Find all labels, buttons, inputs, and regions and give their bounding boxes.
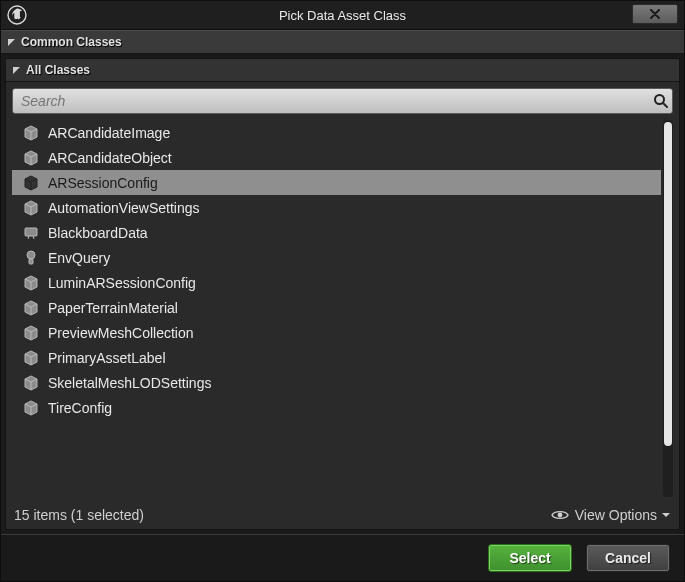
list-item[interactable]: PreviewMeshCollection <box>12 320 661 345</box>
data-asset-icon <box>24 300 38 316</box>
cancel-button-label: Cancel <box>605 550 651 566</box>
title-bar: Pick Data Asset Class <box>1 1 684 30</box>
view-options-button[interactable]: View Options <box>551 507 671 523</box>
class-name-label: PrimaryAssetLabel <box>48 350 166 366</box>
chevron-down-icon <box>661 511 671 519</box>
list-item[interactable]: ARSessionConfig <box>12 170 661 195</box>
view-options-label: View Options <box>575 507 657 523</box>
section-all-classes[interactable]: All Classes <box>6 59 679 82</box>
class-name-label: LuminARSessionConfig <box>48 275 196 291</box>
svg-rect-3 <box>25 228 37 236</box>
search-input[interactable] <box>13 93 650 109</box>
list-item[interactable]: SkeletalMeshLODSettings <box>12 370 661 395</box>
status-bar: 15 items (1 selected) View Options <box>6 501 679 529</box>
class-name-label: BlackboardData <box>48 225 148 241</box>
dialog-footer: Select Cancel <box>1 534 684 581</box>
list-item[interactable]: LuminARSessionConfig <box>12 270 661 295</box>
section-label: Common Classes <box>21 35 122 49</box>
class-name-label: TireConfig <box>48 400 112 416</box>
close-button[interactable] <box>632 4 678 24</box>
section-label: All Classes <box>26 63 90 77</box>
expander-arrow-icon <box>12 65 22 75</box>
list-item[interactable]: PrimaryAssetLabel <box>12 345 661 370</box>
list-item[interactable]: TireConfig <box>12 395 661 420</box>
svg-point-8 <box>557 513 562 518</box>
class-name-label: PaperTerrainMaterial <box>48 300 178 316</box>
select-button[interactable]: Select <box>488 544 572 572</box>
data-asset-icon <box>24 125 38 141</box>
search-icon[interactable] <box>650 93 672 109</box>
blackboard-icon <box>24 225 38 241</box>
list-item[interactable]: EnvQuery <box>12 245 661 270</box>
cancel-button[interactable]: Cancel <box>586 544 670 572</box>
list-item[interactable]: ARCandidateImage <box>12 120 661 145</box>
class-list[interactable]: ARCandidateImage ARCandidateObject ARSes… <box>12 120 661 497</box>
data-asset-icon <box>24 275 38 291</box>
data-asset-icon <box>24 350 38 366</box>
scrollbar-thumb[interactable] <box>664 122 672 446</box>
data-asset-icon <box>24 375 38 391</box>
data-asset-icon <box>24 150 38 166</box>
class-name-label: PreviewMeshCollection <box>48 325 194 341</box>
eye-icon <box>551 509 569 521</box>
svg-line-2 <box>663 103 667 107</box>
item-count-label: 15 items (1 selected) <box>14 507 144 523</box>
class-list-container: ARCandidateImage ARCandidateObject ARSes… <box>12 120 673 497</box>
scrollbar[interactable] <box>663 120 673 497</box>
data-asset-icon <box>24 400 38 416</box>
class-name-label: EnvQuery <box>48 250 110 266</box>
data-asset-icon <box>24 325 38 341</box>
class-name-label: SkeletalMeshLODSettings <box>48 375 211 391</box>
list-item[interactable]: PaperTerrainMaterial <box>12 295 661 320</box>
class-name-label: AutomationViewSettings <box>48 200 200 216</box>
list-item[interactable]: AutomationViewSettings <box>12 195 661 220</box>
data-asset-icon <box>24 175 38 191</box>
class-name-label: ARCandidateObject <box>48 150 172 166</box>
expander-arrow-icon <box>7 37 17 47</box>
list-item[interactable]: BlackboardData <box>12 220 661 245</box>
class-name-label: ARSessionConfig <box>48 175 158 191</box>
unreal-logo-icon <box>5 3 29 27</box>
close-icon <box>649 9 661 19</box>
window-title: Pick Data Asset Class <box>1 8 684 23</box>
body-panel: All Classes ARCandidateImage ARCandidate… <box>5 58 680 530</box>
class-name-label: ARCandidateImage <box>48 125 170 141</box>
dialog-window: Pick Data Asset Class Common Classes All… <box>0 0 685 582</box>
search-box <box>12 88 673 114</box>
section-common-classes[interactable]: Common Classes <box>1 30 684 54</box>
data-asset-icon <box>24 200 38 216</box>
select-button-label: Select <box>509 550 550 566</box>
list-item[interactable]: ARCandidateObject <box>12 145 661 170</box>
blueprint-icon <box>24 250 38 266</box>
svg-point-6 <box>27 251 35 259</box>
svg-rect-7 <box>29 259 33 264</box>
